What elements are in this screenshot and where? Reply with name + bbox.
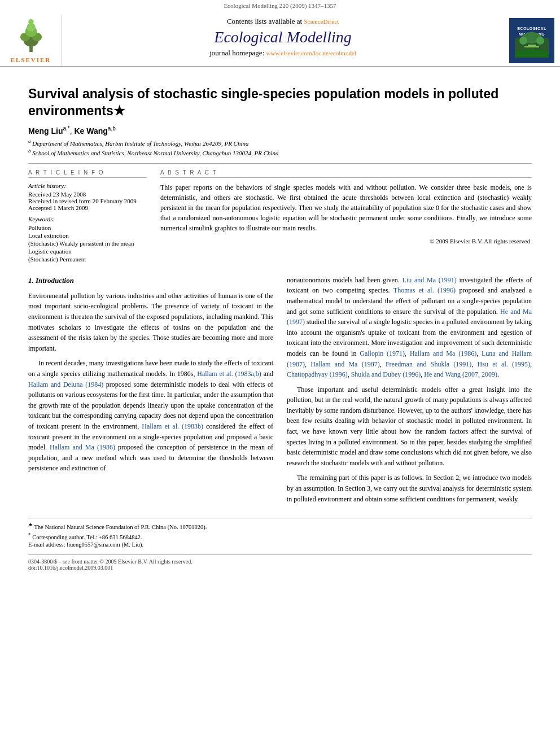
keyword-2: Local extinction xyxy=(28,232,147,239)
ref-freedman-shukla[interactable]: Freedman and Shukla (1991) xyxy=(386,360,471,368)
authors-line: Meng Liua,*, Ke Wanga,b xyxy=(28,125,532,136)
article-info-col: A R T I C L E I N F O Article history: R… xyxy=(28,169,147,264)
keyword-5: (Stochastic) Permanent xyxy=(28,256,147,263)
eco-logo-icon: ECOLOGICAL MODELLING xyxy=(512,21,552,60)
keywords-list: Pollution Local extinction (Stochastic) … xyxy=(28,224,147,263)
abstract-copyright: © 2009 Elsevier B.V. All rights reserved… xyxy=(160,238,532,244)
ref-hallam-deluna[interactable]: Hallam and Deluna (1984) xyxy=(28,381,103,388)
body-left-col: 1. Introduction Environmental pollution … xyxy=(28,275,273,509)
ref-he-wang[interactable]: He and Wang (2007, 2009) xyxy=(424,370,497,378)
svg-rect-14 xyxy=(528,45,536,46)
article-title: Survival analysis of stochastic single-s… xyxy=(28,86,532,120)
bottom-bar: 0304-3800/$ – see front matter © 2009 El… xyxy=(28,554,532,571)
journal-center: Contents lists available at ScienceDirec… xyxy=(62,15,504,66)
body-two-col: 1. Introduction Environmental pollution … xyxy=(28,275,532,509)
affiliation-a: a Department of Mathematics, Harbin Inst… xyxy=(28,138,532,147)
article-page: Survival analysis of stochastic single-s… xyxy=(0,67,560,582)
article-info-heading: A R T I C L E I N F O xyxy=(28,169,147,178)
elsevier-text: ELSEVIER xyxy=(11,56,51,63)
ref-hallam-ma-87[interactable]: Hallam and Ma (1987) xyxy=(310,360,379,368)
ref-he-ma-1997[interactable]: He and Ma (1997) xyxy=(287,308,532,326)
ref-liu-ma-1991[interactable]: Liu and Ma (1991) xyxy=(403,276,457,284)
ref-hallam-ma-86[interactable]: Hallam and Ma (1986) xyxy=(410,350,476,357)
body-para-right-2: Those important and useful deterministic… xyxy=(287,385,532,469)
issn-line: 0304-3800/$ – see front matter © 2009 El… xyxy=(28,558,532,565)
ref-gallopin[interactable]: Gallopin (1971) xyxy=(360,350,405,357)
abstract-text: This paper reports on the behaviors of s… xyxy=(160,182,532,233)
ref-shukla-dubey[interactable]: Shukla and Dubey (1996) xyxy=(351,370,421,378)
elsevier-logo: ELSEVIER xyxy=(0,15,62,66)
article-received: Received 23 May 2008 Received in revised… xyxy=(28,191,147,211)
sciencedirect-link[interactable]: ScienceDirect xyxy=(304,18,339,25)
page-top-line: Ecological Modelling 220 (2009) 1347–135… xyxy=(0,0,560,10)
eco-logo-box: ECOLOGICAL MODELLING xyxy=(504,15,560,66)
ref-chattopadhyay[interactable]: Chattopadhyay (1996) xyxy=(287,370,348,378)
body-para-right-1: nonautonomous models had been given. Liu… xyxy=(287,275,532,380)
abstract-heading: A B S T R A C T xyxy=(160,169,532,178)
footnote-1: ★ The National Natural Science Foundatio… xyxy=(28,522,532,530)
abstract-col: A B S T R A C T This paper reports on th… xyxy=(160,169,532,264)
journal-homepage-line: journal homepage: www.elsevier.com/locat… xyxy=(209,49,356,58)
body-right-col: nonautonomous models had been given. Liu… xyxy=(287,275,532,509)
journal-title: Ecological Modelling xyxy=(214,28,351,46)
ref-hsu[interactable]: Hsu et al. (1995) xyxy=(478,360,530,368)
keywords-label: Keywords: xyxy=(28,216,147,222)
author-ke-wang: Ke Wang xyxy=(74,126,107,135)
author-meng-liu: Meng Liu xyxy=(28,126,63,135)
keyword-4: Logistic equation xyxy=(28,248,147,255)
info-abstract-row: A R T I C L E I N F O Article history: R… xyxy=(28,169,532,264)
ref-hallam-1983b[interactable]: Hallam et al. (1983b) xyxy=(142,422,203,430)
svg-point-13 xyxy=(536,37,544,45)
article-history-label: Article history: xyxy=(28,182,147,189)
homepage-url[interactable]: www.elsevier.com/locate/ecolmodel xyxy=(266,50,356,56)
svg-point-12 xyxy=(519,37,527,45)
affiliation-b: b School of Mathematics and Statistics, … xyxy=(28,148,532,156)
doi-line: doi:10.1016/j.ecolmodel.2009.03.001 xyxy=(28,565,532,571)
journal-header: ELSEVIER Contents lists available at Sci… xyxy=(0,10,560,67)
contents-line: Contents lists available at ScienceDirec… xyxy=(227,17,339,26)
divider-1 xyxy=(28,163,532,164)
svg-rect-15 xyxy=(524,46,539,47)
footnote-2: * Corresponding author. Tel.: +86 631 56… xyxy=(28,532,532,540)
ref-hallam-1983[interactable]: Hallam et al. (1983a,b) xyxy=(197,370,261,378)
footnote-area: ★ The National Natural Science Foundatio… xyxy=(28,518,532,548)
ref-thomas-1996[interactable]: Thomas et al. (1996) xyxy=(393,286,456,294)
body-para-2: In recent decades, many investigations h… xyxy=(28,358,273,474)
elsevier-tree-icon xyxy=(15,18,47,54)
footnote-3: E-mail address: liueng0557@sina.com (M. … xyxy=(28,541,532,548)
keyword-3: (Stochastic) Weakly persistent in the me… xyxy=(28,240,147,247)
keyword-1: Pollution xyxy=(28,224,147,231)
svg-text:ECOLOGICAL: ECOLOGICAL xyxy=(517,27,546,30)
body-para-right-3: The remaining part of this paper is as f… xyxy=(287,473,532,504)
svg-point-6 xyxy=(28,19,34,25)
ref-hallam-ma-1986[interactable]: Hallam and Ma (1986) xyxy=(50,443,115,451)
section1-title: 1. Introduction xyxy=(28,275,273,286)
body-para-1: Environmental pollution by various indus… xyxy=(28,291,273,354)
affiliations: a Department of Mathematics, Harbin Inst… xyxy=(28,138,532,156)
